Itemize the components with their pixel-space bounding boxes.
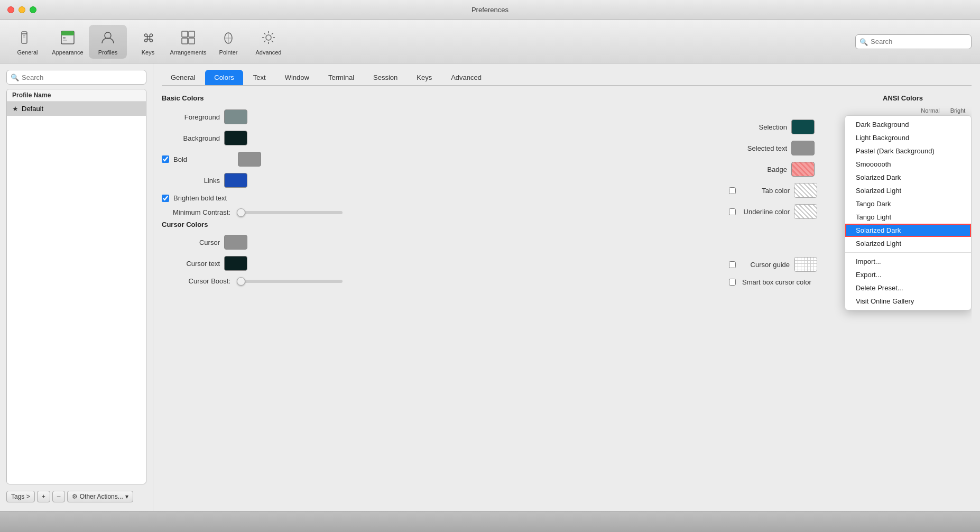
dropdown-item-tango-dark[interactable]: Tango Dark bbox=[845, 197, 971, 210]
tab-colors[interactable]: Colors bbox=[205, 70, 243, 85]
dropdown-item-smoooooth[interactable]: Smoooooth bbox=[845, 158, 971, 171]
cursor-boost-row: Cursor Boost: bbox=[162, 277, 712, 285]
minimum-contrast-row: Minimum Contrast: bbox=[162, 208, 712, 216]
dropdown-item-pastel-dark[interactable]: Pastel (Dark Background) bbox=[845, 144, 971, 158]
toolbar-item-general[interactable]: General bbox=[8, 25, 47, 59]
brighten-bold-label: Brighten bold text bbox=[173, 194, 232, 202]
cursor-label: Cursor bbox=[162, 239, 220, 246]
tab-color-checkbox[interactable] bbox=[729, 187, 736, 194]
svg-line-24 bbox=[272, 33, 273, 34]
maximize-button[interactable] bbox=[30, 6, 36, 13]
dropdown-item-solarized-light-1[interactable]: Solarized Light bbox=[845, 184, 971, 197]
toolbar: General Appearance Profiles ⌘ Keys Arran… bbox=[0, 20, 980, 63]
ansi-normal-label: Normal bbox=[919, 107, 942, 114]
bold-checkbox[interactable] bbox=[162, 155, 169, 163]
dropdown-item-solarized-dark-1[interactable]: Solarized Dark bbox=[845, 171, 971, 184]
dropdown-item-export[interactable]: Export... bbox=[845, 268, 971, 281]
svg-point-17 bbox=[266, 35, 271, 40]
bold-row: Bold bbox=[162, 152, 712, 167]
dropdown-item-import[interactable]: Import... bbox=[845, 255, 971, 268]
tab-advanced[interactable]: Advanced bbox=[442, 70, 491, 85]
cursor-boost-label: Cursor Boost: bbox=[162, 277, 230, 285]
badge-swatch[interactable] bbox=[791, 162, 815, 177]
brighten-bold-checkbox[interactable] bbox=[162, 195, 169, 202]
tab-general[interactable]: General bbox=[162, 70, 204, 85]
dropdown-item-solarized-dark-selected[interactable]: Solarized Dark bbox=[845, 224, 971, 237]
cursor-text-swatch[interactable] bbox=[224, 256, 247, 271]
toolbar-search-input[interactable] bbox=[855, 34, 972, 49]
keys-icon: ⌘ bbox=[138, 28, 158, 47]
background-swatch[interactable] bbox=[224, 131, 247, 145]
appearance-icon bbox=[58, 28, 77, 47]
cursor-row: Cursor bbox=[162, 235, 712, 250]
remove-profile-button[interactable]: – bbox=[52, 491, 66, 502]
foreground-swatch[interactable] bbox=[224, 109, 247, 124]
minimum-contrast-slider[interactable] bbox=[237, 211, 343, 214]
foreground-row: Foreground bbox=[162, 109, 712, 124]
tags-button[interactable]: Tags > bbox=[6, 491, 35, 502]
toolbar-appearance-label: Appearance bbox=[52, 49, 83, 56]
basic-colors-title: Basic Colors bbox=[162, 94, 712, 102]
toolbar-keys-label: Keys bbox=[142, 49, 154, 56]
cursor-guide-row: Cursor guide bbox=[729, 257, 817, 272]
smart-box-cursor-label: Smart box cursor color bbox=[742, 278, 811, 286]
svg-rect-5 bbox=[61, 31, 74, 35]
dropdown-menu: Dark Background Light Background Pastel … bbox=[845, 115, 972, 310]
close-button[interactable] bbox=[7, 6, 14, 13]
sidebar-search-input[interactable] bbox=[6, 70, 146, 85]
dropdown-item-tango-light[interactable]: Tango Light bbox=[845, 210, 971, 224]
colors-panel: Basic Colors Foreground Background Bold bbox=[162, 94, 972, 505]
toolbar-item-appearance[interactable]: Appearance bbox=[49, 25, 87, 59]
pointer-icon bbox=[219, 28, 238, 47]
cursor-guide-swatch[interactable] bbox=[794, 257, 817, 272]
underline-color-swatch[interactable] bbox=[794, 204, 817, 219]
selected-text-swatch[interactable] bbox=[791, 141, 815, 155]
underline-color-checkbox[interactable] bbox=[729, 208, 736, 215]
cursor-boost-slider[interactable] bbox=[237, 280, 343, 283]
ansi-section: ANSI Colors Normal Bright Black Red bbox=[834, 94, 972, 505]
smart-box-cursor-row: Smart box cursor color bbox=[729, 278, 817, 286]
toolbar-general-label: General bbox=[17, 49, 38, 56]
svg-rect-7 bbox=[63, 40, 67, 41]
tab-terminal[interactable]: Terminal bbox=[319, 70, 363, 85]
toolbar-search-container: 🔍 bbox=[855, 34, 972, 49]
profile-list: Profile Name ★ Default bbox=[6, 89, 146, 484]
links-row: Links bbox=[162, 173, 712, 188]
dropdown-item-delete-preset[interactable]: Delete Preset... bbox=[845, 281, 971, 295]
bold-swatch[interactable] bbox=[238, 152, 261, 167]
dropdown-item-dark-background[interactable]: Dark Background bbox=[845, 118, 971, 131]
dropdown-item-light-background[interactable]: Light Background bbox=[845, 131, 971, 144]
advanced-icon bbox=[259, 28, 278, 47]
foreground-label: Foreground bbox=[162, 113, 220, 121]
tab-text[interactable]: Text bbox=[244, 70, 275, 85]
toolbar-item-arrangements[interactable]: Arrangements bbox=[169, 25, 207, 59]
ansi-col-headers: Normal Bright bbox=[834, 107, 969, 114]
toolbar-pointer-label: Pointer bbox=[219, 49, 238, 56]
title-bar: Preferences bbox=[0, 0, 980, 20]
search-icon: 🔍 bbox=[859, 38, 868, 45]
toolbar-item-pointer[interactable]: Pointer bbox=[209, 25, 247, 59]
main-content: 🔍 Profile Name ★ Default Tags > + – ⚙ Ot… bbox=[0, 63, 980, 511]
selection-swatch[interactable] bbox=[791, 120, 815, 134]
smart-box-cursor-checkbox[interactable] bbox=[729, 279, 736, 286]
selected-text-label: Selected text bbox=[729, 144, 787, 152]
links-label: Links bbox=[162, 177, 220, 185]
other-actions-button[interactable]: ⚙ Other Actions... ▾ bbox=[67, 491, 133, 502]
dropdown-separator bbox=[845, 252, 971, 253]
links-swatch[interactable] bbox=[224, 173, 247, 188]
tab-session[interactable]: Session bbox=[364, 70, 406, 85]
minimize-button[interactable] bbox=[19, 6, 25, 13]
tab-keys[interactable]: Keys bbox=[408, 70, 441, 85]
tab-color-swatch[interactable] bbox=[794, 183, 817, 198]
add-profile-button[interactable]: + bbox=[37, 491, 50, 502]
dropdown-item-solarized-light-2[interactable]: Solarized Light bbox=[845, 237, 971, 250]
list-item[interactable]: ★ Default bbox=[7, 102, 146, 116]
sidebar: 🔍 Profile Name ★ Default Tags > + – ⚙ Ot… bbox=[0, 63, 153, 511]
tab-window[interactable]: Window bbox=[276, 70, 318, 85]
toolbar-item-advanced[interactable]: Advanced bbox=[249, 25, 288, 59]
cursor-guide-checkbox[interactable] bbox=[729, 261, 736, 268]
toolbar-item-profiles[interactable]: Profiles bbox=[89, 25, 127, 59]
dropdown-item-visit-gallery[interactable]: Visit Online Gallery bbox=[845, 295, 971, 308]
cursor-swatch[interactable] bbox=[224, 235, 247, 250]
toolbar-item-keys[interactable]: ⌘ Keys bbox=[129, 25, 167, 59]
